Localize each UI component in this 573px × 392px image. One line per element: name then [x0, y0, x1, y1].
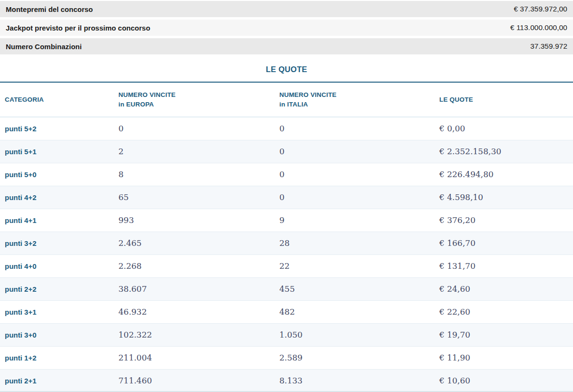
cell-europa: 211.004 [118, 346, 279, 369]
cell-categoria: punti 4+2 [0, 186, 118, 209]
table-row: punti 5+080€ 226.494,80 [0, 163, 573, 186]
header-line2: in EUROPA [118, 100, 279, 109]
table-row: punti 2+238.607455€ 24,60 [0, 277, 573, 300]
cell-italia: 1.050 [279, 323, 439, 346]
summary-label: Numero Combinazioni [6, 42, 82, 51]
cell-europa: 102.322 [118, 323, 279, 346]
header-line1: NUMERO VINCITE [279, 90, 439, 100]
header-vincite-europa: NUMERO VINCITE in EUROPA [118, 82, 279, 117]
table-row: punti 3+22.46528€ 166,70 [0, 232, 573, 254]
header-line1: LE QUOTE [439, 95, 573, 105]
summary-row-combinazioni: Numero Combinazioni 37.359.972 [0, 38, 573, 54]
cell-categoria: punti 1+2 [0, 346, 118, 369]
quotes-table-header: CATEGORIA NUMERO VINCITE in EUROPA NUMER… [0, 82, 573, 117]
cell-quota: € 226.494,80 [439, 163, 573, 186]
cell-quota: € 24,60 [439, 277, 573, 300]
cell-europa: 8 [118, 163, 279, 186]
cell-europa: 2 [118, 140, 279, 163]
cell-europa: 2.465 [118, 232, 279, 254]
cell-italia: 8.133 [279, 369, 439, 392]
cell-quota: € 10,60 [439, 369, 573, 392]
cell-italia: 22 [279, 254, 439, 277]
cell-categoria: punti 3+0 [0, 323, 118, 346]
cell-italia: 0 [279, 117, 439, 140]
header-vincite-italia: NUMERO VINCITE in ITALIA [279, 82, 439, 117]
table-row: punti 4+19939€ 376,20 [0, 209, 573, 232]
cell-quota: € 4.598,10 [439, 186, 573, 209]
cell-quota: € 19,70 [439, 323, 573, 346]
cell-italia: 0 [279, 140, 439, 163]
cell-categoria: punti 2+2 [0, 277, 118, 300]
cell-italia: 0 [279, 163, 439, 186]
summary-label: Montepremi del concorso [6, 5, 93, 13]
cell-quota: € 22,60 [439, 300, 573, 323]
cell-europa: 711.460 [118, 369, 279, 392]
cell-categoria: punti 5+1 [0, 140, 118, 163]
table-row: punti 3+146.932482€ 22,60 [0, 300, 573, 323]
table-row: punti 1+2211.0042.589€ 11,90 [0, 346, 573, 369]
header-line1: CATEGORIA [5, 95, 118, 105]
cell-italia: 482 [279, 300, 439, 323]
cell-quota: € 11,90 [439, 346, 573, 369]
cell-europa: 993 [118, 209, 279, 232]
cell-categoria: punti 4+0 [0, 254, 118, 277]
cell-italia: 2.589 [279, 346, 439, 369]
contest-summary: Montepremi del concorso € 37.359.972,00 … [0, 0, 573, 54]
summary-value: € 37.359.972,00 [514, 5, 567, 13]
section-title-le-quote: LE QUOTE [0, 57, 573, 82]
cell-categoria: punti 4+1 [0, 209, 118, 232]
table-row: punti 5+200€ 0,00 [0, 117, 573, 140]
header-line1: NUMERO VINCITE [118, 90, 279, 100]
summary-value: 37.359.972 [530, 42, 567, 51]
table-row: punti 3+0102.3221.050€ 19,70 [0, 323, 573, 346]
table-row: punti 5+120€ 2.352.158,30 [0, 140, 573, 163]
header-le-quote: LE QUOTE [439, 82, 573, 117]
cell-quota: € 0,00 [439, 117, 573, 140]
cell-europa: 65 [118, 186, 279, 209]
header-line2: in ITALIA [279, 100, 439, 109]
cell-europa: 0 [118, 117, 279, 140]
summary-value: € 113.000.000,00 [510, 23, 567, 32]
cell-europa: 46.932 [118, 300, 279, 323]
cell-categoria: punti 3+2 [0, 232, 118, 254]
quotes-table: CATEGORIA NUMERO VINCITE in EUROPA NUMER… [0, 82, 573, 392]
cell-categoria: punti 5+0 [0, 163, 118, 186]
quotes-table-body: punti 5+200€ 0,00punti 5+120€ 2.352.158,… [0, 117, 573, 392]
cell-italia: 9 [279, 209, 439, 232]
summary-row-jackpot: Jackpot previsto per il prossimo concors… [0, 20, 573, 36]
summary-row-montepremi: Montepremi del concorso € 37.359.972,00 [0, 1, 573, 17]
cell-europa: 2.268 [118, 254, 279, 277]
cell-categoria: punti 2+1 [0, 369, 118, 392]
cell-quota: € 376,20 [439, 209, 573, 232]
header-categoria: CATEGORIA [0, 82, 118, 117]
cell-quota: € 166,70 [439, 232, 573, 254]
table-row: punti 4+2650€ 4.598,10 [0, 186, 573, 209]
cell-italia: 0 [279, 186, 439, 209]
cell-quota: € 2.352.158,30 [439, 140, 573, 163]
cell-italia: 455 [279, 277, 439, 300]
cell-italia: 28 [279, 232, 439, 254]
table-row: punti 2+1711.4608.133€ 10,60 [0, 369, 573, 392]
summary-label: Jackpot previsto per il prossimo concors… [6, 24, 150, 32]
cell-europa: 38.607 [118, 277, 279, 300]
table-row: punti 4+02.26822€ 131,70 [0, 254, 573, 277]
cell-categoria: punti 5+2 [0, 117, 118, 140]
cell-categoria: punti 3+1 [0, 300, 118, 323]
cell-quota: € 131,70 [439, 254, 573, 277]
